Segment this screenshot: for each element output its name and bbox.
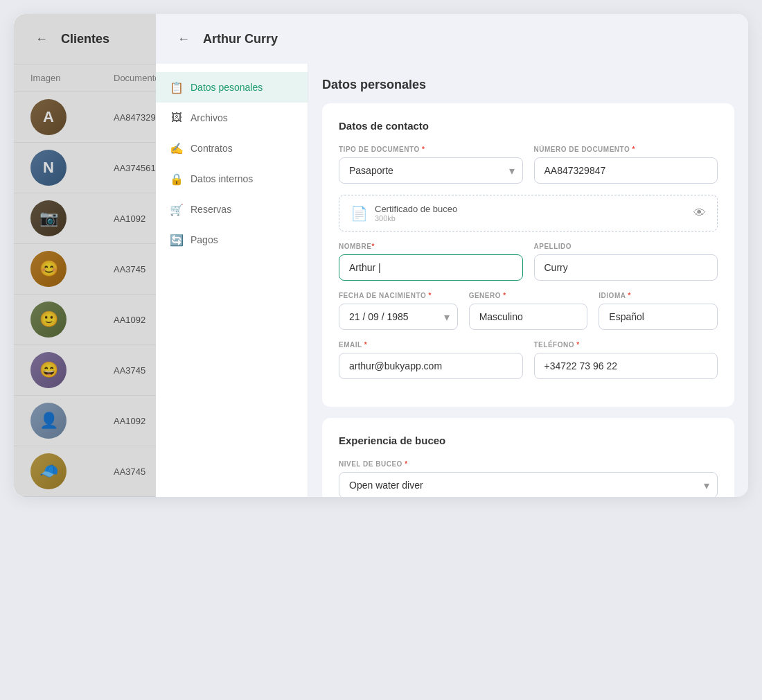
- doc-num-label: NÚMERO DE DOCUMENTO *: [534, 146, 718, 153]
- apellido-group: APELLIDO: [534, 243, 718, 281]
- email-group: EMAIL *: [339, 341, 523, 379]
- nav-item-archivos[interactable]: 🖼 Archivos: [156, 103, 308, 133]
- fecha-group: FECHA DE NACIMIENTO * 21 / 09 / 1985: [339, 292, 458, 330]
- telefono-label: TELÉFONO *: [534, 341, 718, 349]
- pagos-icon: 🔄: [170, 233, 184, 247]
- doc-num-group: NÚMERO DE DOCUMENTO *: [534, 146, 718, 184]
- file-details: Certificado de buceo 300kb: [375, 204, 457, 222]
- doc-type-group: TIPO DE DOCUMENTO * Pasaporte DNI NIE: [339, 146, 523, 184]
- app-container: ← Clientes Imagen Documento Nombre Email…: [14, 14, 748, 497]
- nav-item-datos-internos[interactable]: 🔒 Datos internos: [156, 164, 308, 194]
- doc-num-input[interactable]: [534, 157, 718, 184]
- card-title-contact: Datos de contacto: [339, 120, 718, 132]
- file-info: 📄 Certificado de buceo 300kb: [351, 204, 457, 222]
- detail-content: Datos personales Datos de contacto TIPO …: [308, 64, 748, 497]
- apellido-label: APELLIDO: [534, 243, 718, 250]
- nav-label-contratos: Contratos: [190, 143, 233, 154]
- nivel-row: NIVEL DE BUCEO * Open water diver Advanc…: [339, 460, 718, 497]
- nombre-group: NOMBRE*: [339, 243, 523, 281]
- fecha-select-wrapper: 21 / 09 / 1985: [339, 304, 458, 330]
- doc-row: TIPO DE DOCUMENTO * Pasaporte DNI NIE: [339, 146, 718, 184]
- nombre-label: NOMBRE*: [339, 243, 523, 250]
- file-doc-icon: 📄: [351, 205, 368, 222]
- nivel-group: NIVEL DE BUCEO * Open water diver Advanc…: [339, 460, 718, 497]
- nav-label-reservas: Reservas: [190, 204, 231, 215]
- nivel-select-wrapper: Open water diver Advanced Rescue Diver D…: [339, 472, 718, 497]
- datos-internos-icon: 🔒: [170, 172, 184, 186]
- detail-title: Arthur Curry: [203, 32, 278, 46]
- nivel-label: NIVEL DE BUCEO *: [339, 460, 718, 468]
- archivos-icon: 🖼: [170, 111, 184, 125]
- detail-back-button[interactable]: ←: [172, 28, 195, 50]
- idioma-input[interactable]: [599, 304, 718, 330]
- email-label: EMAIL *: [339, 341, 523, 349]
- email-phone-row: EMAIL * TELÉFONO *: [339, 341, 718, 379]
- nav-item-contratos[interactable]: ✍ Contratos: [156, 133, 308, 164]
- date-gender-lang-row: FECHA DE NACIMIENTO * 21 / 09 / 1985 GEN…: [339, 292, 718, 330]
- file-view-icon[interactable]: 👁: [693, 206, 706, 220]
- file-size: 300kb: [375, 214, 457, 222]
- nav-item-datos-personales[interactable]: 📋 Datos pesonales: [156, 72, 308, 103]
- fecha-select[interactable]: 21 / 09 / 1985: [339, 304, 458, 330]
- email-input[interactable]: [339, 353, 523, 379]
- apellido-input[interactable]: [534, 254, 718, 281]
- file-attachment: 📄 Certificado de buceo 300kb 👁: [339, 195, 718, 231]
- nav-label-archivos: Archivos: [190, 112, 228, 123]
- detail-sidebar: 📋 Datos pesonales 🖼 Archivos ✍ Contratos…: [156, 64, 308, 497]
- detail-panel: ← Arthur Curry 📋 Datos pesonales 🖼 Archi…: [156, 14, 748, 497]
- reservas-icon: 🛒: [170, 202, 184, 216]
- genero-label: GENERO *: [469, 292, 588, 299]
- nav-label-datos-internos: Datos internos: [190, 173, 253, 184]
- nav-item-reservas[interactable]: 🛒 Reservas: [156, 194, 308, 225]
- file-name: Certificado de buceo: [375, 204, 457, 214]
- card-title-buceo: Experiencia de buceo: [339, 435, 718, 446]
- nav-label-datos-personales: Datos pesonales: [190, 82, 263, 93]
- genero-input[interactable]: [469, 304, 588, 330]
- contratos-icon: ✍: [170, 141, 184, 155]
- genero-group: GENERO *: [469, 292, 588, 330]
- telefono-group: TELÉFONO *: [534, 341, 718, 379]
- detail-header: ← Arthur Curry: [156, 14, 748, 64]
- nombre-input[interactable]: [339, 254, 523, 281]
- detail-body: 📋 Datos pesonales 🖼 Archivos ✍ Contratos…: [156, 64, 748, 497]
- doc-type-label: TIPO DE DOCUMENTO *: [339, 146, 523, 153]
- buceo-card: Experiencia de buceo NIVEL DE BUCEO * Op…: [322, 418, 734, 497]
- telefono-input[interactable]: [534, 353, 718, 379]
- idioma-label: IDIOMA *: [599, 292, 718, 299]
- doc-type-select-wrapper: Pasaporte DNI NIE: [339, 157, 523, 184]
- nav-item-pagos[interactable]: 🔄 Pagos: [156, 225, 308, 255]
- doc-type-select[interactable]: Pasaporte DNI NIE: [339, 157, 523, 184]
- contact-card: Datos de contacto TIPO DE DOCUMENTO * Pa…: [322, 103, 734, 407]
- nav-label-pagos: Pagos: [190, 234, 218, 245]
- nivel-select[interactable]: Open water diver Advanced Rescue Diver D…: [339, 472, 718, 497]
- idioma-group: IDIOMA *: [599, 292, 718, 330]
- name-row: NOMBRE* APELLIDO: [339, 243, 718, 281]
- section-title: Datos personales: [322, 78, 734, 92]
- fecha-label: FECHA DE NACIMIENTO *: [339, 292, 458, 299]
- datos-personales-icon: 📋: [170, 80, 184, 94]
